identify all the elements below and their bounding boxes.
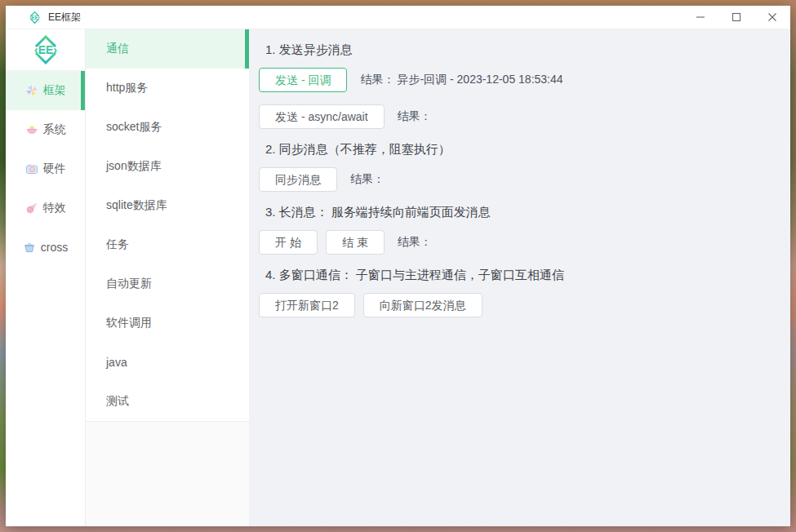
sidebar-primary: ‹EE› 框架 系统 — [6, 29, 86, 526]
sidebar-item-label: cross — [41, 241, 68, 254]
window-body: ‹EE› 框架 系统 — [6, 29, 790, 526]
sidebar-item-system[interactable]: 系统 — [6, 110, 85, 149]
menu-item-label: 通信 — [106, 42, 129, 56]
result-label: 结果： — [360, 73, 394, 86]
window-title: EE框架 — [48, 11, 81, 24]
result-text: 结果： — [398, 109, 434, 124]
maximize-button[interactable] — [718, 6, 754, 29]
bowl-icon — [25, 123, 38, 136]
menu-item-software-call[interactable]: 软件调用 — [86, 304, 249, 343]
menu-item-communication[interactable]: 通信 — [86, 29, 249, 69]
sidebar-item-effects[interactable]: 特效 — [6, 188, 85, 228]
menu-item-label: json数据库 — [106, 159, 162, 174]
close-button[interactable] — [754, 6, 790, 29]
ee-logo-icon: ‹EE› — [29, 33, 62, 66]
sidebar-secondary-filler — [86, 422, 249, 526]
result-text: 结果： — [398, 235, 434, 250]
send-async-await-button[interactable]: 发送 - async/await — [259, 104, 385, 129]
sidebar-item-label: 硬件 — [43, 162, 66, 176]
sidebar-item-hardware[interactable]: 硬件 — [6, 149, 85, 188]
sidebar-item-label: 特效 — [43, 201, 66, 215]
pinwheel-icon — [25, 84, 38, 97]
menu-item-jobs[interactable]: 任务 — [86, 225, 249, 264]
main-content: 1. 发送异步消息 发送 - 回调 结果：异步-回调 - 2023-12-05 … — [249, 29, 790, 526]
basket-icon — [23, 241, 36, 254]
menu-item-label: socket服务 — [106, 120, 162, 135]
button-row: 同步消息 结果： — [259, 167, 774, 192]
menu-item-label: 自动更新 — [106, 277, 152, 291]
section-long-message: 3. 长消息： 服务端持续向前端页面发消息 开 始 结 束 结果： — [259, 205, 774, 255]
menu-item-label: 软件调用 — [106, 316, 152, 330]
minimize-icon — [696, 12, 705, 22]
camera-icon — [25, 162, 38, 175]
menu-item-java[interactable]: java — [86, 343, 249, 382]
sidebar-secondary: 通信 http服务 socket服务 json数据库 sqlite数据库 任务 — [86, 29, 249, 526]
stop-button[interactable]: 结 束 — [326, 230, 385, 255]
result-label: 结果： — [398, 235, 432, 248]
section-multi-window: 4. 多窗口通信： 子窗口与主进程通信，子窗口互相通信 打开新窗口2 向新窗口2… — [259, 268, 774, 317]
active-indicator-bar — [245, 29, 249, 69]
send-callback-button[interactable]: 发送 - 回调 — [259, 68, 347, 92]
section-heading: 3. 长消息： 服务端持续向前端页面发消息 — [265, 205, 774, 220]
comet-icon — [25, 202, 38, 215]
menu-item-label: http服务 — [106, 81, 148, 95]
menu-item-test[interactable]: 测试 — [86, 382, 249, 421]
sidebar-item-framework[interactable]: 框架 — [6, 71, 85, 110]
result-label: 结果： — [398, 109, 432, 122]
section-heading: 4. 多窗口通信： 子窗口与主进程通信，子窗口互相通信 — [265, 268, 774, 283]
button-row: 打开新窗口2 向新窗口2发消息 — [259, 293, 774, 317]
app-logo-icon: ‹EE› — [28, 11, 42, 24]
result-label: 结果： — [350, 172, 385, 185]
maximize-icon — [732, 12, 741, 22]
section-heading: 2. 同步消息（不推荐，阻塞执行） — [265, 142, 774, 157]
menu-item-json-database[interactable]: json数据库 — [86, 147, 249, 186]
titlebar-logo-text: ‹EE› — [29, 14, 40, 20]
close-icon — [767, 12, 777, 22]
app-window: ‹EE› EE框架 — [6, 6, 790, 526]
sync-message-button[interactable]: 同步消息 — [259, 167, 337, 192]
result-text: 结果： — [350, 172, 387, 187]
open-window2-button[interactable]: 打开新窗口2 — [259, 293, 355, 317]
result-text: 结果：异步-回调 - 2023-12-05 18:53:44 — [360, 73, 563, 87]
result-value: 异步-回调 - 2023-12-05 18:53:44 — [397, 73, 563, 86]
button-row: 开 始 结 束 结果： — [259, 230, 774, 255]
menu-item-label: java — [106, 356, 127, 369]
sidebar-item-label: 框架 — [43, 83, 66, 98]
menu-item-label: 测试 — [106, 394, 129, 409]
start-button[interactable]: 开 始 — [259, 230, 318, 255]
menu-item-auto-update[interactable]: 自动更新 — [86, 264, 249, 304]
sidebar-item-label: 系统 — [43, 122, 66, 137]
section-async-message: 1. 发送异步消息 发送 - 回调 结果：异步-回调 - 2023-12-05 … — [259, 42, 774, 129]
button-row: 发送 - async/await 结果： — [259, 104, 774, 129]
menu-item-label: sqlite数据库 — [106, 198, 167, 213]
menu-item-socket-service[interactable]: socket服务 — [86, 108, 249, 147]
menu-item-http-service[interactable]: http服务 — [86, 69, 249, 108]
active-indicator-bar — [81, 71, 85, 110]
send-to-window2-button[interactable]: 向新窗口2发消息 — [363, 293, 482, 317]
section-sync-message: 2. 同步消息（不推荐，阻塞执行） 同步消息 结果： — [259, 142, 774, 192]
sidebar-item-cross[interactable]: cross — [6, 228, 85, 267]
titlebar: ‹EE› EE框架 — [6, 6, 790, 29]
minimize-button[interactable] — [683, 6, 718, 29]
window-controls — [683, 6, 790, 29]
section-heading: 1. 发送异步消息 — [265, 42, 774, 58]
menu-item-label: 任务 — [106, 237, 129, 252]
menu-item-sqlite-database[interactable]: sqlite数据库 — [86, 186, 249, 225]
ee-logo-text: ‹EE› — [34, 43, 57, 56]
button-row: 发送 - 回调 结果：异步-回调 - 2023-12-05 18:53:44 — [259, 68, 774, 92]
secondary-menu: 通信 http服务 socket服务 json数据库 sqlite数据库 任务 — [86, 29, 249, 422]
logo-block: ‹EE› — [6, 29, 85, 71]
